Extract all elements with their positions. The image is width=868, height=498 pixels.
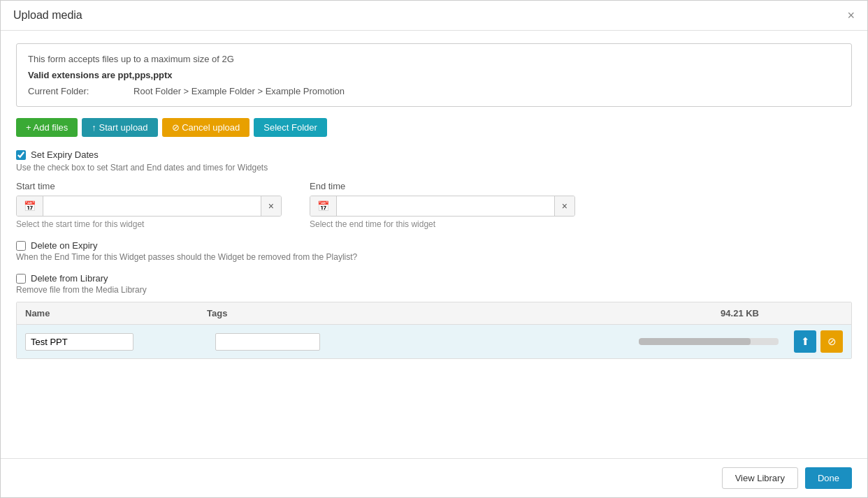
end-time-input[interactable] <box>337 197 554 216</box>
toolbar: + Add files ↑ Start upload ⊘ Cancel uplo… <box>16 118 852 137</box>
delete-from-library-row: Delete from Library <box>16 273 852 284</box>
delete-from-library-hint: Remove file from the Media Library <box>16 285 852 295</box>
done-button[interactable]: Done <box>805 467 852 489</box>
end-time-clear-button[interactable]: × <box>554 196 574 216</box>
end-calendar-icon: 📅 <box>310 196 337 216</box>
end-time-field: End time 📅 × Select the end time for thi… <box>310 181 575 229</box>
add-files-button[interactable]: + Add files <box>16 118 78 137</box>
expiry-checkbox[interactable] <box>16 150 26 160</box>
file-name-cell: Test PPT <box>25 333 165 351</box>
modal-title: Upload media <box>13 9 82 22</box>
current-folder-path: Root Folder > Example Folder > Example P… <box>133 86 345 96</box>
max-size-text: This form accepts files up to a maximum … <box>28 54 840 64</box>
table-row: Test PPT ⬆ ⊘ <box>17 325 851 358</box>
close-button[interactable]: × <box>847 9 855 22</box>
delete-from-library-section: Delete from Library Remove file from the… <box>16 273 852 295</box>
file-progress-cell <box>639 338 779 345</box>
col-header-tags: Tags <box>207 308 347 318</box>
delete-from-library-checkbox[interactable] <box>16 274 26 284</box>
delete-on-expiry-section: Delete on Expiry When the End Time for t… <box>16 240 852 262</box>
expiry-check-row: Set Expiry Dates <box>16 149 852 160</box>
start-time-input[interactable] <box>43 197 261 216</box>
start-time-field: Start time 📅 × Select the start time for… <box>16 181 282 229</box>
upload-media-modal: Upload media × This form accepts files u… <box>0 0 868 498</box>
file-name-input[interactable]: Test PPT <box>25 333 133 351</box>
col-header-name: Name <box>25 308 165 318</box>
start-time-clear-button[interactable]: × <box>261 196 281 216</box>
current-folder-label: Current Folder: <box>28 86 89 96</box>
cancel-file-button[interactable]: ⊘ <box>820 330 843 353</box>
delete-on-expiry-row: Delete on Expiry <box>16 240 852 251</box>
expiry-label: Set Expiry Dates <box>31 149 99 160</box>
info-box: This form accepts files up to a maximum … <box>16 43 852 107</box>
col-header-size: 94.21 KB <box>347 308 843 318</box>
file-actions-cell: ⬆ ⊘ <box>787 330 843 353</box>
file-tags-input[interactable] <box>215 333 320 351</box>
file-tags-cell <box>215 333 327 351</box>
end-time-label: End time <box>310 181 575 191</box>
progress-bar-fill <box>639 338 751 345</box>
select-folder-button[interactable]: Select Folder <box>254 118 327 137</box>
start-upload-button[interactable]: ↑ Start upload <box>82 118 157 137</box>
expiry-section: Set Expiry Dates Use the check box to se… <box>16 149 852 229</box>
expiry-hint: Use the check box to set Start and End d… <box>16 163 852 173</box>
delete-on-expiry-checkbox[interactable] <box>16 241 26 251</box>
modal-header: Upload media × <box>1 1 867 31</box>
start-time-input-group: 📅 × <box>16 196 282 217</box>
view-library-button[interactable]: View Library <box>722 467 798 489</box>
progress-bar-wrap <box>639 338 779 345</box>
upload-file-button[interactable]: ⬆ <box>794 330 816 353</box>
end-time-input-group: 📅 × <box>310 196 575 217</box>
end-time-hint: Select the end time for this widget <box>310 219 575 229</box>
time-row: Start time 📅 × Select the start time for… <box>16 181 852 229</box>
modal-body: This form accepts files up to a maximum … <box>1 31 867 372</box>
start-time-hint: Select the start time for this widget <box>16 219 282 229</box>
file-table: Name Tags 94.21 KB Test PPT ⬆ <box>16 302 852 359</box>
current-folder-row: Current Folder: Root Folder > Example Fo… <box>28 86 840 96</box>
start-time-label: Start time <box>16 181 282 191</box>
delete-on-expiry-label: Delete on Expiry <box>31 240 97 251</box>
cancel-upload-button[interactable]: ⊘ Cancel upload <box>162 118 250 137</box>
modal-footer: View Library Done <box>1 458 867 497</box>
start-calendar-icon: 📅 <box>17 196 43 216</box>
valid-ext-text: Valid extensions are ppt,pps,pptx <box>28 70 840 80</box>
delete-from-library-label: Delete from Library <box>31 273 108 284</box>
delete-on-expiry-hint: When the End Time for this Widget passes… <box>16 252 852 262</box>
file-table-header: Name Tags 94.21 KB <box>17 302 851 325</box>
